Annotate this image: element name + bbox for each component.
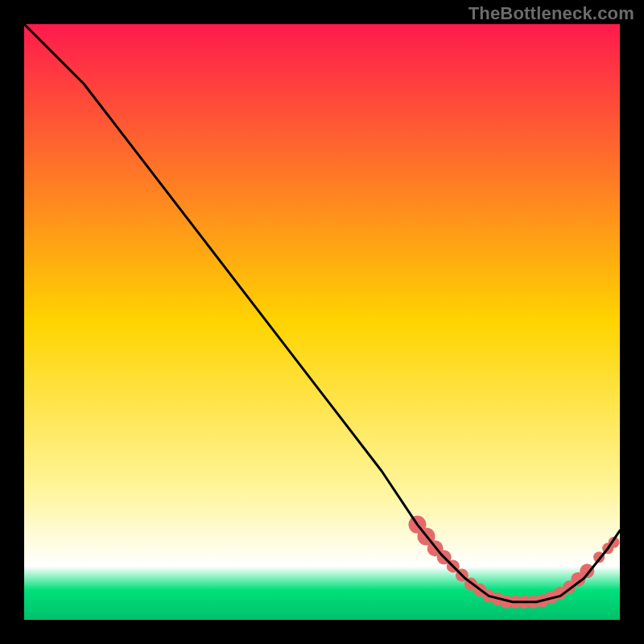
chart-root: TheBottleneck.com [0, 0, 644, 644]
plot-svg [24, 24, 620, 620]
plot-area [24, 24, 620, 620]
gradient-background [24, 24, 620, 620]
watermark-text: TheBottleneck.com [469, 3, 634, 24]
